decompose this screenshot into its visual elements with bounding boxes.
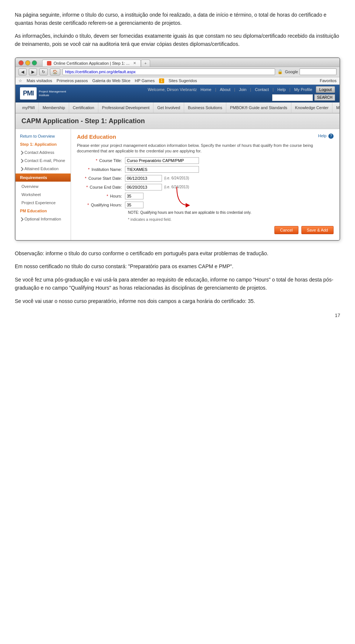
page-title: CAPM Application - Step 1: Application <box>21 117 334 125</box>
toplink-separator3: | <box>250 87 251 92</box>
nav-marketplace[interactable]: Marketplace <box>332 102 340 113</box>
sidebar-worksheet[interactable]: Worksheet <box>16 190 71 199</box>
reload-btn[interactable]: ↻ <box>39 68 48 75</box>
pmi-mainnav: myPMI Membership Certification Professio… <box>16 102 339 114</box>
toplink-separator4: | <box>273 87 274 92</box>
forward-btn[interactable]: ▶ <box>29 68 37 75</box>
required-star-1: * <box>96 158 97 163</box>
page-wrapper: Na página seguinte, informe o título do … <box>0 0 355 333</box>
home-btn[interactable]: 🏠 <box>50 68 60 75</box>
bookmark-sites-badge: 1 <box>159 78 164 83</box>
sidebar-attained-edu[interactable]: Attained Education <box>16 165 71 173</box>
paragraph-2: As informações, incluindo o título, deve… <box>15 32 340 48</box>
cancel-button[interactable]: Cancel <box>274 226 298 234</box>
tab-title: Online Certification Application | Step … <box>54 61 129 65</box>
hours-label: * Hours: <box>77 194 125 198</box>
pmi-search-input[interactable] <box>272 94 313 101</box>
toplink-join[interactable]: Join <box>239 87 246 92</box>
help-link[interactable]: Help ? <box>318 134 334 139</box>
browser-addressbar: ◀ ▶ ↻ 🏠 🔒 Google <box>16 67 339 77</box>
google-search-input[interactable] <box>300 68 337 75</box>
pmi-content: Add Education Help ? Please enter your p… <box>71 129 339 240</box>
form-row-start-date: * Course Start Date: (i.e. 6/24/2013) <box>77 175 334 182</box>
chevron-icon <box>19 151 23 155</box>
new-tab-btn[interactable]: + <box>141 60 150 67</box>
required-star-5: * <box>106 194 108 198</box>
active-tab[interactable]: Online Certification Application | Step … <box>42 60 141 67</box>
sidebar-pm-edu[interactable]: PM Education <box>16 207 71 215</box>
toplink-contact[interactable]: Contact <box>255 87 269 92</box>
qualifying-label: * Qualifying Hours: <box>77 203 125 207</box>
bookmark-sites-sugeridos[interactable]: Sites Sugeridos <box>169 78 197 83</box>
tab-close-icon[interactable]: ✕ <box>133 61 136 65</box>
nav-mypmi[interactable]: myPMI <box>18 102 39 113</box>
sidebar-optional[interactable]: Optional Information <box>16 215 71 223</box>
required-note: * indicates a required field. <box>128 218 334 222</box>
minimize-btn[interactable] <box>25 60 30 65</box>
sidebar-overview[interactable]: Overview <box>16 182 71 190</box>
logout-button[interactable]: Logout <box>316 86 335 93</box>
sidebar-contact-address[interactable]: Contact Address <box>16 148 71 156</box>
address-bar[interactable] <box>62 68 275 75</box>
sidebar-return-link[interactable]: Return to Overview <box>16 132 71 140</box>
sidebar-contact-email[interactable]: Contact E-mail, Phone <box>16 156 71 165</box>
bookmark-primeiros-passos[interactable]: Primeiros passos <box>57 78 88 83</box>
sidebar-project-exp[interactable]: Project Experience <box>16 199 71 207</box>
required-star-2: * <box>88 167 89 172</box>
sidebar-requirements-btn[interactable]: Requirements <box>16 173 71 182</box>
required-star-4: * <box>86 185 88 189</box>
nav-certification[interactable]: Certification <box>69 102 98 113</box>
bookmark-mais-visitados[interactable]: Mais visitados <box>27 78 52 83</box>
required-star-3: * <box>85 176 87 181</box>
arrow-annotation <box>169 183 199 213</box>
content-header: Add Education Help ? <box>77 134 334 143</box>
nav-get-involved[interactable]: Get Involved <box>153 102 184 113</box>
pmi-search-button[interactable]: SEARCH <box>314 94 335 101</box>
browser-bookmarks: ☆ Mais visitados Primeiros passos Galeri… <box>16 77 339 85</box>
nav-knowledge[interactable]: Knowledge Center <box>291 102 333 113</box>
chevron-icon-2 <box>19 159 23 163</box>
toplink-separator5: | <box>290 87 291 92</box>
form-row-qualifying: * Qualifying Hours: <box>77 202 334 208</box>
paragraph-5: Se você fez uma pós-graduação e vai usá-… <box>15 276 340 292</box>
bookmark-hp-games[interactable]: HP Games <box>135 78 155 83</box>
toplink-home[interactable]: Home <box>200 87 211 92</box>
toplink-myprofile[interactable]: My Profile <box>294 87 312 92</box>
hours-input[interactable] <box>125 193 143 199</box>
nav-business-solutions[interactable]: Business Solutions <box>184 102 226 113</box>
institution-input[interactable] <box>125 166 199 173</box>
save-add-button[interactable]: Save & Add <box>301 226 334 234</box>
sidebar-step-label: Step 1: Application <box>16 140 71 148</box>
toplink-about[interactable]: About <box>220 87 231 92</box>
start-date-input[interactable] <box>125 175 162 182</box>
end-date-input[interactable] <box>125 184 162 190</box>
paragraph-6: Se você vai usar o nosso curso preparató… <box>15 297 340 306</box>
paragraph-4: Em nosso certificado no título do curso … <box>15 263 340 271</box>
course-title-input[interactable] <box>125 157 199 164</box>
chevron-icon-3 <box>19 167 23 171</box>
google-search-box: Google <box>285 68 337 75</box>
browser-titlebar: Online Certification Application | Step … <box>16 58 339 67</box>
bookmark-galeria[interactable]: Galeria do Web Slice <box>92 78 130 83</box>
education-form: * Course Title: * Institution Name: <box>77 157 334 234</box>
help-circle-icon: ? <box>328 134 334 139</box>
browser-tabs: Online Certification Application | Step … <box>42 60 150 67</box>
nav-professional-dev[interactable]: Professional Development <box>98 102 153 113</box>
maximize-btn[interactable] <box>32 60 37 65</box>
close-btn[interactable] <box>18 60 24 65</box>
back-btn[interactable]: ◀ <box>18 68 27 75</box>
google-label: Google <box>285 70 298 74</box>
page-number: 17 <box>15 313 340 318</box>
qualifying-hours-input[interactable] <box>125 202 143 208</box>
toplink-help[interactable]: Help <box>277 87 286 92</box>
nav-membership[interactable]: Membership <box>39 102 69 113</box>
start-date-hint: (i.e. 6/24/2013) <box>164 176 189 180</box>
pmi-logo-area: PMI Project Management Institute <box>20 87 68 100</box>
content-title: Add Education <box>77 134 116 140</box>
browser-controls <box>18 60 37 65</box>
form-row-institution: * Institution Name: <box>77 166 334 173</box>
pmi-sidebar: Return to Overview Step 1: Application C… <box>16 129 71 240</box>
required-star-6: * <box>87 203 89 207</box>
nav-pmbok[interactable]: PMBOK® Guide and Standards <box>226 102 291 113</box>
paragraph-1: Na página seguinte, informe o título do … <box>15 11 340 27</box>
